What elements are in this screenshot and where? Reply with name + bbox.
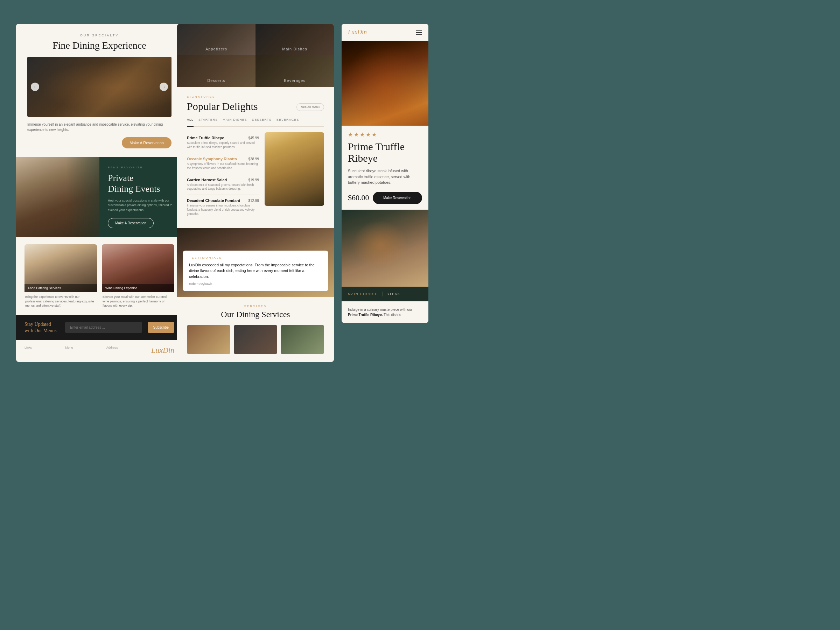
wine-label: Wine Pairing Expertise [102, 284, 174, 292]
product-description: Succulent ribeye steak infused with arom… [348, 168, 422, 185]
footer-address-title: Address [106, 346, 118, 349]
main-dishes-label: Main Dishes [256, 47, 334, 51]
menu-item-price-2: $19.99 [248, 178, 259, 182]
specialty-label: OUR SPECIALTY [27, 33, 172, 37]
tab-main-dishes[interactable]: MAIN DISHES [223, 118, 247, 123]
make-reservation-button[interactable]: Make Reservation [373, 192, 422, 204]
fine-dining-desc: Immerse yourself in an elegant ambiance … [27, 122, 172, 132]
steak-hero-image [342, 41, 428, 126]
menu-item-price-0: $45.99 [248, 136, 259, 140]
menu-item-name-1: Oceanic Symphony Risotto [187, 157, 237, 161]
testimonial-section: TESTIMONIALS LuxDin exceeded all my expe… [177, 228, 334, 297]
category-divider [382, 292, 382, 297]
product-price: $60.00 [348, 193, 369, 202]
price-row: $60.00 Make Reservation [348, 192, 422, 204]
category-desserts[interactable]: Desserts [177, 55, 256, 87]
signatures-label: SIGNATURES [187, 95, 324, 98]
dining-services-section: SERVICES Our Dining Services [177, 297, 334, 362]
services-label: SERVICES [187, 305, 324, 308]
category-grid: Appetizers Main Dishes Desserts Beverage… [177, 24, 334, 87]
hamburger-line-1 [416, 30, 422, 31]
right-header: LuxDin [342, 24, 428, 41]
appetizers-label: Appetizers [177, 47, 256, 51]
star-2: ★ [354, 131, 359, 138]
main-course-tag: MAIN COURSE [348, 292, 378, 296]
wine-image: Wine Pairing Expertise [102, 244, 174, 292]
footer-brand: LuxDin [151, 346, 174, 355]
menu-item-header-3: Decadent Chocolate Fondant $12.99 [187, 199, 259, 203]
popular-title: Popular Delights [187, 101, 258, 112]
dining-hero-image: ← → [27, 57, 172, 117]
menu-item-header-2: Garden Harvest Salad $19.99 [187, 178, 259, 182]
private-dining-section: FANS FAVORITE Private Dining Events Host… [16, 157, 183, 237]
star-5: ★ [372, 131, 377, 138]
menu-list: Prime Truffle Ribeye $45.99 Succulent pr… [187, 132, 259, 220]
tab-all[interactable]: ALL [187, 118, 194, 127]
popular-section: SIGNATURES Popular Delights See All Menu… [177, 87, 334, 228]
private-dining-title: Private Dining Events [108, 172, 174, 194]
category-tags: MAIN COURSE STEAK [342, 287, 428, 302]
product-title: Prime Truffle Ribeye [348, 141, 422, 164]
next-arrow[interactable]: → [159, 83, 168, 91]
service-image-2 [234, 325, 277, 354]
reservation-button-gold[interactable]: Make A Reservation [122, 137, 172, 148]
menu-item-name-0: Prime Truffle Ribeye [187, 136, 224, 140]
menu-item-desc-0: Succulent prime ribeye, expertly seared … [187, 141, 259, 150]
menu-item-name-3: Decadent Chocolate Fondant [187, 199, 240, 203]
popular-header: Popular Delights See All Menu [187, 101, 324, 112]
hamburger-menu[interactable] [416, 30, 422, 35]
footer-col-address: Address [106, 346, 118, 351]
private-dining-image [16, 157, 99, 237]
private-dining-desc: Host your special occasions in style wit… [108, 199, 174, 213]
see-all-button[interactable]: See All Menu [297, 103, 324, 111]
services-images [187, 325, 324, 354]
tab-starters[interactable]: STARTERS [199, 118, 218, 123]
beverages-label: Beverages [256, 78, 334, 83]
tab-beverages[interactable]: BEVERAGES [276, 118, 299, 123]
product-info: Prime Truffle Ribeye Succulent ribeye st… [342, 141, 428, 210]
desserts-label: Desserts [177, 78, 256, 83]
steak-tag: STEAK [387, 292, 401, 296]
email-input[interactable] [65, 322, 142, 333]
hamburger-line-2 [416, 32, 422, 33]
menu-item-0: Prime Truffle Ribeye $45.99 Succulent pr… [187, 132, 259, 153]
testimonial-author: Robert Azykawic [189, 282, 322, 286]
menu-item-1: Oceanic Symphony Risotto $38.99 A sympho… [187, 153, 259, 174]
menu-food-image [265, 132, 324, 206]
wine-desc: Elevate your meal with our sommelier-cur… [102, 292, 174, 308]
prev-arrow[interactable]: ← [31, 83, 39, 91]
category-main-dishes[interactable]: Main Dishes [256, 24, 334, 55]
bottom-description: Indulge in a culinary masterpiece with o… [342, 302, 428, 323]
stars-rating: ★ ★ ★ ★ ★ [342, 126, 428, 141]
tab-desserts[interactable]: DESSERTS [252, 118, 272, 123]
footer-col-links: Links [25, 346, 32, 351]
menu-item-desc-2: A vibrant mix of seasonal greens, tossed… [187, 183, 259, 191]
star-4: ★ [366, 131, 371, 138]
left-panel: OUR SPECIALTY Fine Dining Experience ← →… [16, 24, 183, 362]
fine-dining-title: Fine Dining Experience [27, 40, 172, 51]
catering-label: Food Catering Services [25, 284, 97, 292]
reservation-button-outline[interactable]: Make A Reservation [108, 218, 154, 228]
newsletter-text: Stay Updated with Our Menus [25, 321, 60, 334]
service-image-1 [187, 325, 230, 354]
category-beverages[interactable]: Beverages [256, 55, 334, 87]
right-brand: LuxDin [348, 29, 367, 36]
menu-content: Prime Truffle Ribeye $45.99 Succulent pr… [187, 132, 324, 220]
menu-item-3: Decadent Chocolate Fondant $12.99 Immers… [187, 195, 259, 220]
category-appetizers[interactable]: Appetizers [177, 24, 256, 55]
subscribe-button[interactable]: Subscribe [148, 322, 174, 333]
menu-item-header-1: Oceanic Symphony Risotto $38.99 [187, 157, 259, 161]
star-3: ★ [360, 131, 365, 138]
menu-item-desc-3: Immerse your senses in our indulgent cho… [187, 204, 259, 216]
private-dining-content: FANS FAVORITE Private Dining Events Host… [99, 157, 183, 237]
dining-services-title: Our Dining Services [187, 310, 324, 319]
star-1: ★ [348, 131, 353, 138]
services-cards-section: Food Catering Services Bring the experie… [16, 237, 183, 315]
menu-item-header-0: Prime Truffle Ribeye $45.99 [187, 136, 259, 140]
catering-card: Food Catering Services Bring the experie… [25, 244, 97, 308]
testimonial-card: TESTIMONIALS LuxDin exceeded all my expe… [183, 251, 328, 292]
testimonial-text: LuxDin exceeded all my expectations. Fro… [189, 262, 322, 279]
menu-item-name-2: Garden Harvest Salad [187, 178, 227, 182]
footer-links-title: Links [25, 346, 32, 349]
fans-label: FANS FAVORITE [108, 166, 174, 169]
